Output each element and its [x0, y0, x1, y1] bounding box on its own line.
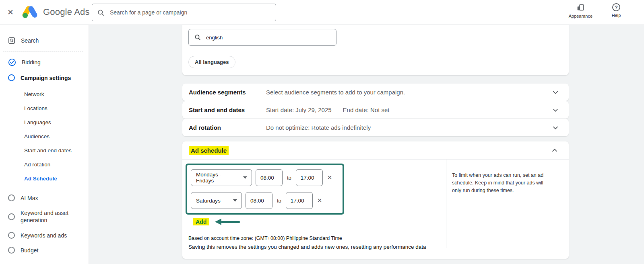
- language-search-input[interactable]: [205, 34, 331, 41]
- sidebar-item-bidding[interactable]: Bidding: [0, 54, 89, 70]
- chevron-down-icon[interactable]: [551, 123, 560, 132]
- sidebar-item-label: Keyword and asset generation: [21, 209, 72, 224]
- sidebar-subitem-locations[interactable]: Locations: [16, 101, 89, 115]
- left-navigation: Search Bidding Campaign settings Network…: [0, 25, 89, 264]
- accordion-audience-segments[interactable]: Audience segments Select audience segmen…: [182, 84, 569, 101]
- ad-schedule-title: Ad schedule: [189, 146, 229, 155]
- help-icon: ?: [612, 3, 620, 11]
- appearance-button[interactable]: Appearance: [569, 3, 592, 18]
- sidebar-item-keywords-and-ads[interactable]: Keywords and ads: [0, 228, 89, 243]
- days-select-value: Saturdays: [196, 198, 221, 204]
- annotation-arrow-left-icon: [215, 219, 240, 225]
- chevron-up-icon[interactable]: [550, 146, 559, 155]
- schedule-row: Saturdays to ✕: [191, 192, 339, 209]
- sidebar-item-label: AI Max: [21, 195, 38, 201]
- language-search-box[interactable]: [188, 29, 336, 46]
- remove-row-icon[interactable]: ✕: [326, 174, 333, 181]
- ad-schedule-help-text: To limit when your ads can run, set an a…: [452, 172, 549, 195]
- sidebar-item-label: Bidding: [22, 59, 41, 65]
- radio-circle-icon: [8, 247, 15, 254]
- end-time-input[interactable]: [286, 192, 313, 209]
- sidebar-subitem-ad-schedule[interactable]: Ad Schedule: [16, 172, 89, 186]
- sidebar-divider: [3, 51, 83, 51]
- dropdown-caret-icon: [243, 176, 247, 179]
- appearance-label: Appearance: [569, 14, 592, 18]
- schedule-rows-annotation-box: Mondays - Fridays to ✕ Saturdays: [186, 164, 344, 215]
- ad-schedule-card: Ad schedule Mondays - Fridays to: [182, 141, 569, 259]
- sidebar-item-label: Search: [21, 37, 39, 44]
- radio-circle-icon: [8, 232, 15, 239]
- sidebar-item-label: Keywords and ads: [21, 232, 67, 239]
- sidebar-subitem-audiences[interactable]: Audiences: [16, 129, 89, 143]
- add-schedule-button[interactable]: Add: [193, 218, 209, 225]
- accordion-ad-rotation[interactable]: Ad rotation Do not optimize: Rotate ads …: [182, 119, 569, 136]
- sidebar-item-campaign-settings[interactable]: Campaign settings: [0, 70, 89, 85]
- chevron-down-icon[interactable]: [551, 88, 560, 97]
- start-time-input[interactable]: [246, 192, 272, 209]
- help-label: Help: [612, 13, 621, 18]
- google-ads-logo-icon: [22, 5, 38, 19]
- start-time-input[interactable]: [256, 169, 283, 186]
- days-select-value: Mondays - Fridays: [196, 172, 240, 184]
- sidebar-item-keyword-asset-generation[interactable]: Keyword and asset generation: [0, 205, 89, 228]
- accordion-title: Audience segments: [189, 89, 266, 96]
- end-time-input[interactable]: [296, 169, 323, 186]
- top-app-bar: ✕ Google Ads Appearance ? Help: [0, 0, 644, 25]
- accordion-title: Start and end dates: [189, 106, 266, 113]
- close-icon[interactable]: ✕: [7, 8, 14, 17]
- dropdown-caret-icon: [233, 199, 237, 202]
- to-label: to: [276, 198, 282, 204]
- accordion-summary: Do not optimize: Rotate ads indefinitely: [266, 124, 371, 131]
- days-select[interactable]: Mondays - Fridays: [191, 169, 252, 186]
- ad-schedule-editor: Mondays - Fridays to ✕ Saturdays: [182, 160, 446, 258]
- google-ads-logo: Google Ads: [22, 5, 90, 19]
- accordion-summary: Select audience segments to add to your …: [266, 89, 405, 96]
- to-label: to: [286, 175, 292, 181]
- radio-circle-icon: [8, 194, 15, 201]
- accordion-title: Ad rotation: [189, 124, 266, 131]
- search-page-icon: [8, 37, 15, 44]
- ad-schedule-help-panel: To limit when your ads can run, set an a…: [446, 160, 569, 248]
- sidebar-item-budget[interactable]: Budget: [0, 243, 89, 258]
- global-search-box[interactable]: [92, 4, 276, 21]
- timezone-note: Based on account time zone: (GMT+08:00) …: [188, 235, 446, 241]
- main-content: All languages Audience segments Select a…: [89, 25, 644, 264]
- sidebar-item-ai-max[interactable]: AI Max: [0, 190, 89, 205]
- sidebar-subitem-languages[interactable]: Languages: [16, 115, 89, 129]
- sidebar-subitem-start-end-dates[interactable]: Start and end dates: [16, 143, 89, 158]
- radio-circle-icon: [8, 213, 15, 220]
- start-date-summary: Start date: July 29, 2025: [266, 106, 332, 113]
- sidebar-subitem-network[interactable]: Network: [16, 87, 89, 101]
- radio-circle-icon: [8, 74, 15, 81]
- chevron-down-icon[interactable]: [551, 106, 560, 115]
- appearance-icon: [576, 3, 585, 12]
- search-icon: [194, 34, 201, 41]
- ad-schedule-header[interactable]: Ad schedule: [182, 141, 569, 160]
- campaign-settings-sublist: Network Locations Languages Audiences St…: [16, 85, 89, 190]
- sidebar-item-search[interactable]: Search: [0, 33, 89, 48]
- check-circle-icon: [8, 58, 16, 66]
- search-icon: [97, 9, 105, 16]
- brand-title: Google Ads: [43, 7, 90, 17]
- days-select[interactable]: Saturdays: [191, 192, 242, 209]
- saving-note: Saving this removes the settings you cha…: [188, 244, 446, 250]
- all-languages-chip[interactable]: All languages: [188, 56, 235, 68]
- sidebar-subitem-ad-rotation[interactable]: Ad rotation: [16, 158, 89, 172]
- languages-card: All languages: [182, 25, 569, 75]
- schedule-row: Mondays - Fridays to ✕: [191, 169, 339, 186]
- accordion-start-end-dates[interactable]: Start and end dates Start date: July 29,…: [182, 101, 569, 119]
- remove-row-icon[interactable]: ✕: [316, 197, 323, 204]
- global-search-input[interactable]: [109, 9, 271, 16]
- end-date-summary: End date: Not set: [343, 106, 390, 113]
- help-button[interactable]: ? Help: [605, 3, 628, 18]
- sidebar-item-label: Campaign settings: [21, 75, 71, 81]
- sidebar-item-label: Budget: [21, 247, 38, 254]
